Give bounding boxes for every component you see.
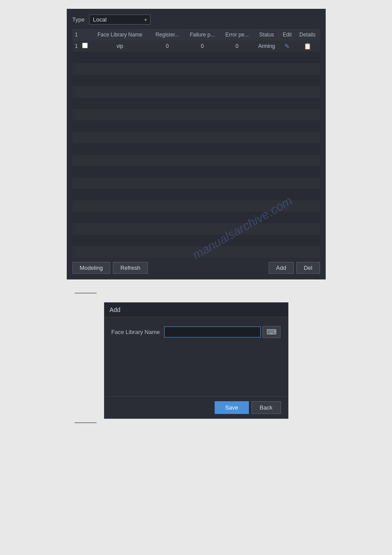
row-edit-cell[interactable]: ✎ (279, 40, 295, 52)
type-row: Type Local Remote ▼ (72, 15, 320, 25)
table-row (72, 200, 320, 212)
col-num: 1 (72, 29, 80, 40)
table-row (72, 212, 320, 223)
table-row (72, 246, 320, 258)
row-checkbox[interactable] (82, 43, 88, 48)
row-status: Arming (254, 40, 279, 52)
refresh-button[interactable]: Refresh (113, 262, 148, 274)
table-row (72, 143, 320, 155)
divider-line-2 (75, 422, 97, 423)
row-error: 0 (220, 40, 254, 52)
face-library-table: 1 Face Library Name Register... Failure … (72, 29, 320, 258)
face-library-name-input[interactable] (164, 326, 261, 337)
row-failure: 0 (184, 40, 220, 52)
add-dialog: Add Face Library Name ⌨ Save Back (104, 302, 288, 419)
table-row (72, 155, 320, 166)
row-details-cell[interactable]: 📋 (295, 40, 320, 52)
table-row (72, 223, 320, 235)
del-button[interactable]: Del (296, 262, 320, 274)
dialog-body: Face Library Name ⌨ (104, 317, 288, 396)
table-row (72, 235, 320, 246)
table-row (72, 98, 320, 109)
col-name: Face Library Name (90, 29, 150, 40)
back-button[interactable]: Back (252, 401, 281, 414)
col-edit: Edit (279, 29, 295, 40)
table-row (72, 189, 320, 200)
table-row (72, 166, 320, 178)
dialog-title: Add (110, 306, 121, 313)
row-checkbox-cell[interactable] (80, 40, 90, 52)
row-registered: 0 (150, 40, 184, 52)
dialog-title-bar: Add (104, 303, 288, 317)
right-buttons: Add Del (269, 262, 320, 274)
table-row (72, 75, 320, 86)
col-failure: Failure p... (184, 29, 220, 40)
face-library-name-label: Face Library Name (111, 329, 160, 335)
modeling-button[interactable]: Modeling (72, 262, 111, 274)
table-row: 1 vip 0 0 0 Arming ✎ 📋 (72, 40, 320, 52)
type-label: Type (72, 16, 85, 23)
col-checkbox (80, 29, 90, 40)
table-row (72, 86, 320, 98)
face-library-panel: Type Local Remote ▼ 1 Face Library Name … (67, 9, 326, 279)
edit-icon[interactable]: ✎ (284, 43, 290, 50)
save-button[interactable]: Save (215, 401, 249, 414)
table-row (72, 120, 320, 132)
col-registered: Register... (150, 29, 184, 40)
row-num: 1 (72, 40, 80, 52)
table-row (72, 52, 320, 63)
table-row (72, 178, 320, 189)
table-row (72, 109, 320, 120)
table-header-row: 1 Face Library Name Register... Failure … (72, 29, 320, 40)
face-library-name-row: Face Library Name ⌨ (111, 326, 281, 338)
row-name: vip (90, 40, 150, 52)
col-details: Details (295, 29, 320, 40)
type-select-wrapper[interactable]: Local Remote ▼ (89, 15, 151, 25)
keyboard-button[interactable]: ⌨ (263, 326, 281, 338)
bottom-buttons: Modeling Refresh Add Del (72, 262, 320, 274)
type-select[interactable]: Local Remote (89, 15, 151, 25)
col-error: Error pe... (220, 29, 254, 40)
left-buttons: Modeling Refresh (72, 262, 148, 274)
dialog-footer: Save Back (104, 396, 288, 418)
table-row (72, 132, 320, 143)
details-icon[interactable]: 📋 (304, 43, 311, 50)
table-row (72, 63, 320, 75)
add-button[interactable]: Add (269, 262, 294, 274)
col-status: Status (254, 29, 279, 40)
divider-line (75, 293, 97, 294)
